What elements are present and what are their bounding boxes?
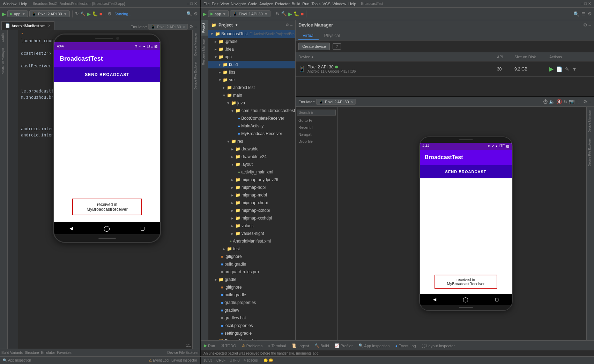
search-btn-left[interactable]: 🔍 xyxy=(186,11,192,16)
settings-btn-left[interactable]: ⚙ xyxy=(107,11,112,16)
quick-item-navigate[interactable]: Navigati xyxy=(296,131,337,138)
device-selector-left[interactable]: 📱 Pixel 2 API 30 ▼ xyxy=(29,10,69,17)
left-win-maximize[interactable]: □ xyxy=(190,1,193,6)
phone2-nav-bar[interactable]: ◀ ◯ ▢ xyxy=(420,294,512,305)
run-btn-right[interactable]: ▶ xyxy=(288,11,292,17)
tree-item-drawable-v24[interactable]: ► 📁 drawable-v24 xyxy=(208,153,295,161)
emulator-settings-right[interactable]: ⚙ xyxy=(583,99,587,104)
device-manager-minimize[interactable]: – xyxy=(589,22,591,28)
app-inspection-btn-left[interactable]: 🔍App Inspection xyxy=(3,358,31,362)
second-emulator-device-close[interactable]: ✕ xyxy=(350,100,353,104)
settings-gear-left[interactable]: ⚙ xyxy=(194,11,198,16)
nav-home-right[interactable]: ◯ xyxy=(463,297,468,302)
tree-item-gradlew[interactable]: ■ gradlew xyxy=(208,306,295,314)
tree-item-mipmap-hdpi[interactable]: ► 📁 mipmap-hdpi xyxy=(208,184,295,191)
tree-item-external-libraries[interactable]: ► 📁 External Libraries xyxy=(208,337,295,340)
tab-android-manifest[interactable]: 📄 AndroidManifest.xml ✕ xyxy=(1,21,54,30)
tree-item-gradle-hidden[interactable]: ► 📁 .gradle xyxy=(208,38,295,45)
quick-item-recent[interactable]: Recent I xyxy=(296,124,337,131)
bottom-run-btn[interactable]: ▶ Run xyxy=(202,341,217,350)
device-edit-btn[interactable]: ✎ xyxy=(565,66,569,72)
tree-item-values[interactable]: ► 📁 values xyxy=(208,222,295,230)
emulator-vol-down-btn[interactable]: 🔇 xyxy=(556,99,562,104)
phone-nav-bar-left[interactable]: ◀ ◯ ▢ xyxy=(54,222,160,234)
emulator-vol-up-btn[interactable]: 🔈 xyxy=(549,99,555,104)
left-window-menu-help[interactable]: Help xyxy=(19,2,27,6)
right-window-menu-tools[interactable]: Tools xyxy=(311,2,320,6)
run-config-selector-right[interactable]: ▶ app ▼ xyxy=(208,10,229,17)
project-vtab[interactable]: Project xyxy=(201,20,208,36)
back-btn[interactable]: ▶ xyxy=(2,11,6,17)
resource-manager-vtab-right[interactable]: Resource Manager xyxy=(201,36,208,68)
tree-item-mipmap-xxxhdpi[interactable]: ► 📁 mipmap-xxxhdpi xyxy=(208,214,295,222)
project-panel-chevron[interactable]: ▼ xyxy=(235,23,238,27)
refresh-btn[interactable]: ↻ xyxy=(75,11,79,16)
tree-item-java[interactable]: ▼ 📁 java xyxy=(208,99,295,107)
phone-send-broadcast-btn-left[interactable]: SEND BROADCAST xyxy=(54,67,160,82)
tree-item-mipmap-mdpi[interactable]: ► 📁 mipmap-mdpi xyxy=(208,191,295,199)
bottom-build-btn[interactable]: 🔨Build xyxy=(312,341,331,350)
tree-item-settings-gradle[interactable]: ■ settings.gradle xyxy=(208,329,295,337)
tree-item-mipmap-anydpi[interactable]: ► 📁 mipmap-anydpi-v26 xyxy=(208,176,295,184)
project-panel-cog[interactable]: ⚙ xyxy=(285,23,289,27)
run-config-selector-left[interactable]: ▶ app ▼ xyxy=(7,10,28,17)
nav-recents-left[interactable]: ▢ xyxy=(140,225,145,231)
tree-item-libs[interactable]: ► 📁 libs xyxy=(208,68,295,76)
tree-item-idea[interactable]: ► 📁 .idea xyxy=(208,45,295,53)
right-window-menu-help[interactable]: Help xyxy=(348,2,356,6)
stop-btn-right[interactable]: ■ xyxy=(301,11,304,17)
emulator-device-selector-left[interactable]: 📱 Pixel 2 API 30 ✕ xyxy=(148,24,188,30)
tree-item-buildgradle-app[interactable]: ■ build.gradle xyxy=(208,260,295,268)
help-btn[interactable]: ? xyxy=(333,43,341,50)
debug-btn[interactable]: 🐛 xyxy=(92,11,98,16)
bottom-profiler-btn[interactable]: 📈Profiler xyxy=(333,341,355,350)
nav-recents-right[interactable]: ▢ xyxy=(495,297,499,302)
left-device-file-explorer-vtab[interactable]: Device File Explorer xyxy=(168,351,199,355)
tree-item-mybroadcastreceiver[interactable]: ● MyBroadcastReceiver xyxy=(208,130,295,138)
left-win-minimize[interactable]: – xyxy=(187,1,189,6)
device-more-btn[interactable]: ▼ xyxy=(572,66,577,72)
right-win-close[interactable]: ✕ xyxy=(588,1,591,6)
left-structure-vtab[interactable]: Structure xyxy=(25,351,39,355)
create-device-btn[interactable]: Create device xyxy=(298,43,330,50)
right-window-menu-edit[interactable]: Edit xyxy=(212,2,218,6)
device-run-btn[interactable]: ▶ xyxy=(549,66,554,72)
tree-item-gradle-properties[interactable]: ■ gradle.properties xyxy=(208,299,295,306)
tree-item-androidtest[interactable]: ► 📁 androidTest xyxy=(208,84,295,91)
tree-item-app[interactable]: ▼ 📁 app xyxy=(208,53,295,61)
emulator-more-btn[interactable]: ⋮ xyxy=(576,98,582,105)
debug-btn-right[interactable]: 🐛 xyxy=(294,11,299,16)
tree-item-res[interactable]: ▼ 📁 res xyxy=(208,138,295,145)
left-favorites-vtab[interactable]: Favorites xyxy=(57,351,72,355)
bottom-problems-btn[interactable]: ⚠Problems xyxy=(240,341,265,350)
device-files-btn[interactable]: 📄 xyxy=(556,66,562,72)
search-input-emulator[interactable] xyxy=(297,110,336,116)
device-file-explorer-vtab-right[interactable]: Device File Explorer xyxy=(587,135,594,169)
build-btn[interactable]: 🔨 xyxy=(80,12,86,16)
tree-item-src[interactable]: ▼ 📁 src xyxy=(208,76,295,84)
tree-item-drawable[interactable]: ► 📁 drawable xyxy=(208,145,295,153)
tree-item-mipmap-xxhdpi[interactable]: ► 📁 mipmap-xxhdpi xyxy=(208,207,295,214)
right-window-menu-run[interactable]: Run xyxy=(302,2,309,6)
emulator-minimize-right[interactable]: – xyxy=(589,99,591,104)
device-manager-settings[interactable]: ⚙ xyxy=(583,22,587,28)
right-win-minimize[interactable]: – xyxy=(581,1,583,6)
nav-home-left[interactable]: ◯ xyxy=(104,225,110,232)
tree-item-package[interactable]: ▼ 📁 com.zhouzhou.broadcasttest xyxy=(208,107,295,114)
right-window-menu-analyze[interactable]: Analyze xyxy=(259,2,273,6)
bottom-layout-inspector-btn[interactable]: ⛶Layout Inspector xyxy=(419,341,457,350)
left-window-menu-window[interactable]: Window xyxy=(3,2,16,6)
tree-root[interactable]: ▼ 📁 BroadcastTest F:\AndroidStudioProjec… xyxy=(208,30,295,38)
right-window-menu-code[interactable]: Code xyxy=(248,2,257,6)
tree-item-proguard[interactable]: ■ proguard-rules.pro xyxy=(208,268,295,276)
emulator-rotate-btn[interactable]: ↻ xyxy=(564,99,567,104)
layout-inspector-btn-left[interactable]: Layout Inspector xyxy=(171,358,197,362)
search-btn-right[interactable]: 🔍 xyxy=(573,11,579,17)
right-window-menu-refactor[interactable]: Refactor xyxy=(275,2,290,6)
settings-gear-right[interactable]: ⚙ xyxy=(588,11,592,16)
nav-btn-right[interactable]: ☰ xyxy=(581,11,586,16)
emulator-power-btn[interactable]: ⏻ xyxy=(543,99,548,104)
quick-item-goto[interactable]: Go to Fi xyxy=(296,117,337,124)
tree-item-gradle-root[interactable]: ▼ 📁 gradle xyxy=(208,276,295,283)
tree-item-buildgradle-root[interactable]: ■ build.gradle xyxy=(208,291,295,299)
